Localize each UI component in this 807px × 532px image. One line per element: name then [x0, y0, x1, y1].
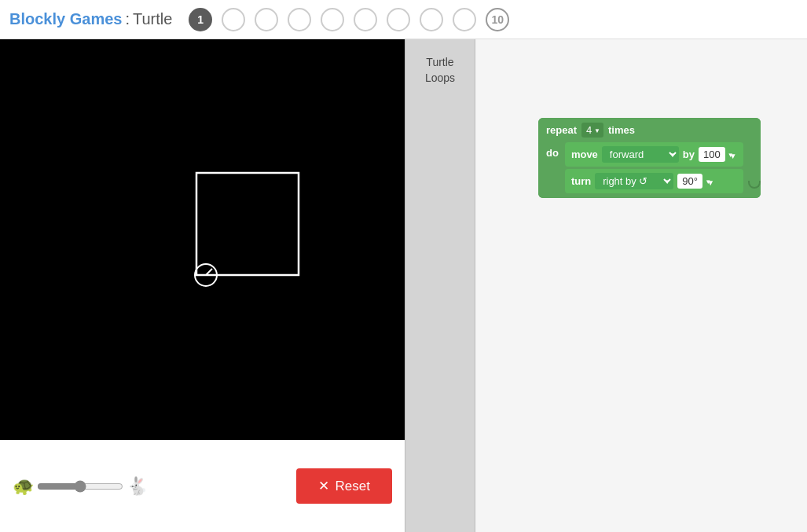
panel-turtle-label: Turtle — [425, 55, 455, 71]
do-label: do — [538, 142, 565, 193]
panel-label: Turtle Loops — [425, 55, 455, 86]
forward-dropdown-wrap[interactable]: forward backward — [602, 146, 679, 163]
level-3[interactable] — [255, 8, 278, 31]
times-label: times — [608, 124, 635, 136]
level-circles: 1 10 — [185, 8, 512, 31]
turtle-canvas — [0, 39, 405, 440]
inner-blocks: move forward backward by 100 ▼ — [565, 142, 748, 193]
level-10[interactable]: 10 — [486, 8, 509, 31]
forward-dropdown[interactable]: forward backward — [602, 146, 679, 163]
move-label: move — [571, 149, 598, 160]
brand-sep: : — [125, 10, 130, 28]
level-5[interactable] — [321, 8, 344, 31]
move-block[interactable]: move forward backward by 100 ▼ — [565, 142, 743, 167]
reset-label: Reset — [336, 479, 370, 494]
brand-blockly[interactable]: Blockly Games — [9, 10, 122, 28]
level-1[interactable]: 1 — [189, 8, 212, 31]
block-notch — [748, 142, 761, 193]
right-by-dropdown-wrap[interactable]: right by ↺ left by ↻ — [595, 173, 673, 189]
speed-control: 🐢 🐇 — [13, 476, 148, 497]
slow-turtle-icon: 🐢 — [13, 476, 34, 497]
reset-button[interactable]: ✕ Reset — [296, 468, 392, 504]
level-4[interactable] — [288, 8, 311, 31]
canvas-area: 🐢 🐇 ✕ Reset — [0, 39, 405, 532]
turn-label: turn — [571, 175, 591, 187]
blocks-container: repeat 4 times do move — [538, 118, 761, 198]
controls-bar: 🐢 🐇 ✕ Reset — [0, 440, 405, 532]
repeat-value-dropdown[interactable]: 4 — [581, 123, 603, 138]
move-amount-value[interactable]: 100 — [699, 147, 725, 162]
brand-turtle: Turtle — [133, 10, 172, 28]
right-by-dropdown[interactable]: right by ↺ left by ↻ — [595, 173, 673, 189]
level-6[interactable] — [354, 8, 377, 31]
main-area: 🐢 🐇 ✕ Reset Turtle Loops repeat — [0, 39, 807, 532]
reset-icon: ✕ — [318, 478, 329, 494]
level-8[interactable] — [420, 8, 443, 31]
repeat-value-dropdown-wrap[interactable]: 4 — [581, 123, 603, 138]
by-label: by — [683, 149, 695, 160]
repeat-block-header: repeat 4 times — [538, 118, 761, 142]
turn-block[interactable]: turn right by ↺ left by ↻ 90° ▼ — [565, 169, 743, 193]
speed-slider[interactable] — [37, 480, 123, 493]
header: Blockly Games : Turtle 1 10 — [0, 0, 807, 39]
repeat-block[interactable]: repeat 4 times do move — [538, 118, 761, 198]
turn-angle-value[interactable]: 90° — [677, 174, 702, 189]
fast-turtle-icon: 🐇 — [127, 476, 148, 497]
level-2[interactable] — [222, 8, 245, 31]
repeat-block-body: do move forward backward by — [538, 142, 761, 198]
level-9[interactable] — [453, 8, 476, 31]
repeat-label: repeat — [546, 124, 577, 136]
level-7[interactable] — [387, 8, 410, 31]
panel-loops-label: Loops — [425, 71, 455, 86]
blockly-workspace[interactable]: repeat 4 times do move — [475, 39, 807, 532]
sidebar-panel: Turtle Loops — [405, 39, 475, 532]
